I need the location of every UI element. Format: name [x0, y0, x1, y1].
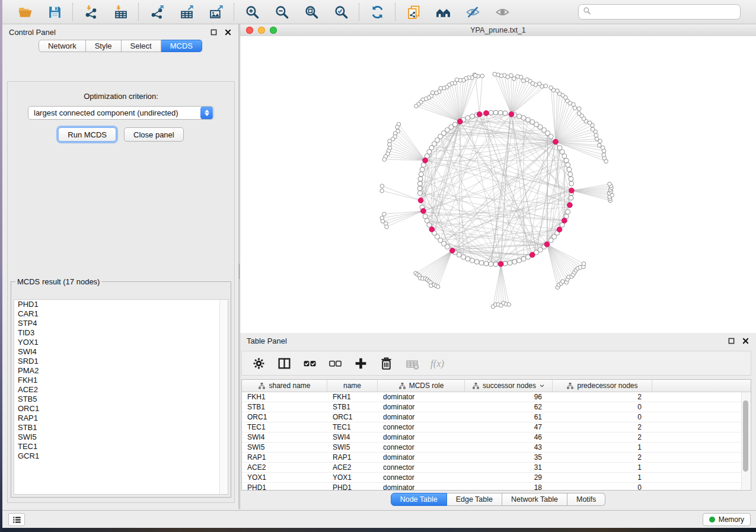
run-mcds-button[interactable]: Run MCDS [58, 127, 116, 142]
table-row[interactable]: SWI4SWI4dominator462 [242, 432, 751, 443]
search-input[interactable] [594, 7, 736, 17]
criterion-select[interactable]: largest connected component (undirected) [28, 106, 214, 120]
search-box[interactable] [578, 4, 741, 20]
tab-edge-table[interactable]: Edge Table [447, 493, 502, 506]
result-list-scrollbar[interactable] [219, 300, 228, 494]
toolbar-group [359, 3, 395, 21]
cell-name: YOX1 [327, 473, 378, 482]
cell-successor-nodes: 46 [465, 433, 553, 441]
result-node[interactable]: SWI5 [14, 432, 228, 442]
table-row[interactable]: ACE2ACE2connector311 [242, 463, 751, 473]
result-node[interactable]: SWI4 [14, 347, 228, 357]
table-row[interactable]: SWI5SWI5connector431 [242, 443, 751, 453]
hide-selected-button[interactable] [464, 3, 481, 21]
result-node[interactable]: ORC1 [14, 404, 228, 414]
memory-button[interactable]: Memory [703, 513, 751, 526]
node-table[interactable]: shared namenameMCDS rolesuccessor nodesp… [241, 379, 751, 491]
select-all-button[interactable] [302, 355, 317, 371]
result-node[interactable]: FKH1 [14, 376, 228, 385]
column-header-shared-name[interactable]: shared name [242, 380, 327, 392]
table-row[interactable]: TEC1TEC1connector472 [242, 422, 751, 432]
network-canvas[interactable] [240, 36, 756, 333]
table-row[interactable]: YOX1YOX1connector291 [242, 473, 751, 483]
save-button[interactable] [46, 3, 63, 21]
result-node[interactable]: STB5 [14, 395, 228, 404]
table-row[interactable]: PHD1PHD1dominator180 [242, 483, 751, 493]
panel-menu-button[interactable] [8, 513, 25, 526]
tab-select[interactable]: Select [122, 40, 161, 52]
zoom-fit-button[interactable] [302, 3, 320, 21]
result-node[interactable]: TID3 [14, 328, 228, 338]
result-node[interactable]: SRD1 [14, 357, 228, 366]
table-row[interactable]: ORC1ORC1dominator610 [242, 412, 751, 422]
export-network-button[interactable] [148, 3, 165, 21]
close-window-button[interactable] [246, 27, 253, 34]
minimize-window-button[interactable] [258, 27, 265, 34]
split-columns-button[interactable] [276, 355, 292, 371]
table-row[interactable]: STB1STB1dominator620 [242, 402, 751, 412]
export-table-button[interactable] [177, 3, 195, 21]
cell-shared-name: STB1 [242, 403, 327, 411]
result-node[interactable]: CAR1 [14, 309, 228, 319]
add-column-button[interactable] [353, 355, 368, 371]
column-header-predecessor-nodes[interactable]: predecessor nodes [553, 380, 652, 392]
column-header-successor-nodes[interactable]: successor nodes [465, 380, 553, 392]
import-network-button[interactable] [82, 3, 100, 21]
tab-mcds[interactable]: MCDS [161, 40, 202, 52]
column-header-MCDS-role[interactable]: MCDS role [378, 380, 465, 392]
tab-network-table[interactable]: Network Table [502, 493, 567, 506]
refresh-button[interactable] [368, 3, 386, 21]
mcds-result-list[interactable]: PHD1CAR1STP4TID3YOX1SWI4SRD1PMA2FKH1ACE2… [14, 299, 228, 495]
delete-column-button[interactable] [378, 355, 394, 371]
network-window-titlebar: YPA_prune.txt_1 [240, 24, 756, 37]
result-node[interactable]: RAP1 [14, 414, 228, 423]
close-panel-button[interactable] [224, 28, 232, 36]
result-node[interactable]: STB1 [14, 423, 228, 432]
tab-node-table[interactable]: Node Table [391, 493, 447, 506]
result-node[interactable]: TEC1 [14, 442, 228, 451]
tab-style[interactable]: Style [86, 40, 122, 52]
close-table-panel-button[interactable] [742, 337, 749, 345]
cell-successor-nodes: 62 [465, 403, 553, 411]
export-image-button[interactable] [207, 3, 225, 21]
delete-table-button [404, 355, 419, 371]
cell-MCDS-role: dominator [378, 393, 465, 401]
result-node[interactable]: PHD1 [14, 300, 228, 309]
import-table-button[interactable] [111, 3, 129, 21]
clone-network-button[interactable] [404, 3, 422, 21]
table-scrollbar[interactable] [741, 392, 750, 489]
first-neighbors-button[interactable] [434, 3, 452, 21]
result-node[interactable]: STP4 [14, 319, 228, 328]
cell-name: TEC1 [327, 423, 378, 431]
gear-button[interactable] [251, 355, 266, 371]
zoom-in-button[interactable] [243, 3, 261, 21]
close-panel-button-2[interactable]: Close panel [124, 127, 184, 142]
zoom-in-icon [245, 5, 260, 20]
table-row[interactable]: RAP1RAP1dominator352 [242, 453, 751, 463]
delete-column-icon [379, 356, 394, 371]
result-node[interactable]: YOX1 [14, 338, 228, 347]
result-node[interactable]: GCR1 [14, 451, 228, 461]
column-header-name[interactable]: name [327, 380, 378, 392]
tab-network[interactable]: Network [39, 40, 86, 52]
maximize-window-button[interactable] [270, 27, 277, 34]
zoom-selected-button[interactable] [332, 3, 350, 21]
show-all-button[interactable] [493, 3, 511, 21]
table-row[interactable]: FKH1FKH1dominator962 [242, 392, 751, 402]
desktop-wallpaper-bottom [0, 528, 756, 532]
float-panel-button[interactable] [210, 28, 218, 36]
cell-name: SWI4 [327, 433, 378, 441]
tab-motifs[interactable]: Motifs [567, 493, 605, 506]
result-node[interactable]: ACE2 [14, 385, 228, 395]
cell-successor-nodes: 43 [465, 443, 553, 451]
tree-icon [566, 382, 574, 390]
network-graph[interactable] [240, 36, 755, 332]
cell-predecessor-nodes: 1 [553, 443, 652, 451]
deselect-all-button[interactable] [327, 355, 343, 371]
float-table-panel-button[interactable] [728, 337, 735, 345]
result-node[interactable]: PMA2 [14, 366, 228, 376]
table-scrollbar-thumb[interactable] [743, 400, 748, 472]
zoom-out-button[interactable] [273, 3, 291, 21]
open-file-button[interactable] [16, 3, 34, 21]
cell-name: ORC1 [327, 413, 378, 421]
